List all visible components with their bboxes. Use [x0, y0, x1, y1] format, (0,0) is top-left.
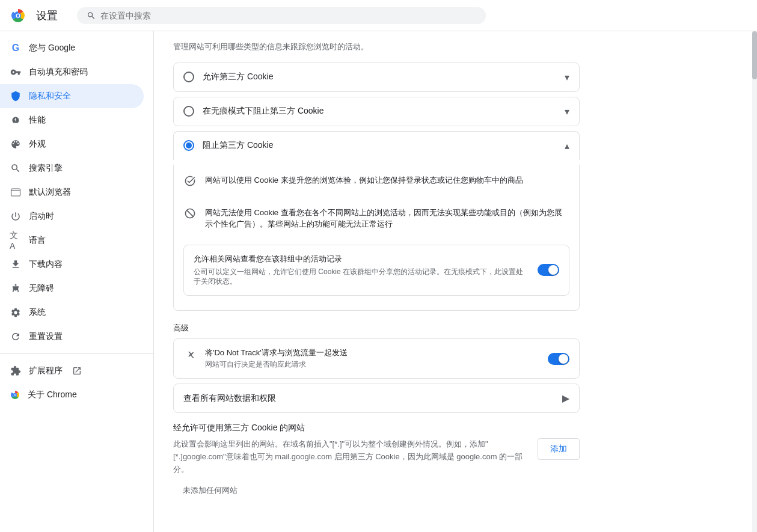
sidebar-item-accessibility[interactable]: 无障碍: [0, 277, 144, 301]
search-bar[interactable]: [77, 7, 486, 24]
option-allow-all[interactable]: 允许第三方 Cookie ▾: [173, 63, 580, 92]
sidebar-item-reset[interactable]: 重置设置: [0, 325, 144, 349]
sidebar-label-reset: 重置设置: [29, 331, 63, 342]
radio-block-incognito: [183, 106, 194, 117]
expanded-item-1: 网站可以使用 Cookie 来提升您的浏览体验，例如让您保持登录状态或记住您购物…: [183, 165, 569, 197]
dnt-content: 将'Do Not Track'请求与浏览流量一起发送 网站可自行决定是否响应此请…: [205, 347, 539, 370]
sidebar-item-performance[interactable]: 性能: [0, 108, 144, 132]
google-icon: G: [10, 42, 22, 54]
expanded-details: 网站可以使用 Cookie 来提升您的浏览体验，例如让您保持登录状态或记住您购物…: [173, 165, 580, 311]
scrollbar-track: [752, 31, 757, 532]
scrollbar-thumb[interactable]: [752, 31, 757, 79]
radio-block-all: [183, 140, 194, 151]
sidebar-label-privacy: 隐私和安全: [29, 91, 71, 102]
key-icon: [10, 66, 22, 78]
svg-point-11: [14, 394, 16, 396]
dnt-row: 将'Do Not Track'请求与浏览流量一起发送 网站可自行决定是否响应此请…: [173, 338, 580, 379]
chrome-logo: [10, 7, 26, 24]
search-icon: [87, 11, 96, 20]
expanded-text-2: 网站无法使用 Cookie 查看您在各个不同网站上的浏览活动，因而无法实现某些功…: [205, 207, 569, 230]
sidebar-label-performance: 性能: [29, 115, 46, 126]
option-block-all-label: 阻止第三方 Cookie: [203, 140, 565, 151]
allowed-section: 经允许可使用第三方 Cookie 的网站 此设置会影响这里列出的网站。在域名前插…: [173, 423, 580, 496]
sidebar-item-download[interactable]: 下载内容: [0, 252, 144, 277]
search-input[interactable]: [100, 11, 476, 20]
sidebar-label-extensions: 扩展程序: [29, 365, 63, 376]
sidebar-label-system: 系统: [29, 307, 46, 318]
browser-icon: [10, 186, 22, 198]
add-button[interactable]: 添加: [538, 438, 580, 460]
startup-icon: [10, 210, 22, 222]
sidebar-item-system[interactable]: 系统: [0, 301, 144, 325]
page-title: 设置: [36, 8, 58, 23]
sidebar: G 您与 Google 自动填充和密码 隐私和安全 性能: [0, 31, 154, 532]
chevron-block-incognito: ▾: [565, 106, 569, 117]
sidebar-item-language[interactable]: 文A 语言: [0, 228, 144, 252]
empty-message: 未添加任何网站: [173, 485, 580, 496]
reset-icon: [10, 331, 22, 343]
chevron-block-all: ▴: [565, 140, 569, 151]
sidebar-item-browser[interactable]: 默认浏览器: [0, 180, 144, 204]
view-all-arrow-icon: ▶: [562, 393, 569, 404]
sidebar-label-browser: 默认浏览器: [29, 187, 71, 198]
svg-rect-5: [11, 189, 20, 196]
svg-point-4: [17, 14, 19, 16]
sidebar-label-appearance: 外观: [29, 139, 46, 150]
sidebar-label-language: 语言: [29, 235, 46, 246]
download-icon: [10, 258, 22, 271]
cookie-positive-icon: [183, 174, 197, 188]
dnt-switch[interactable]: [548, 353, 569, 365]
view-all-label: 查看所有网站数据和权限: [183, 393, 562, 404]
related-sites-content: 允许相关网站查看您在该群组中的活动记录 公司可以定义一组网站，允许它们使用 Co…: [194, 254, 529, 287]
sidebar-label-startup: 启动时: [29, 211, 54, 222]
accessibility-icon: [10, 283, 22, 295]
sidebar-item-autofill[interactable]: 自动填充和密码: [0, 60, 144, 84]
dnt-arrow-icon: [183, 347, 197, 361]
option-block-all[interactable]: 阻止第三方 Cookie ▴: [173, 131, 580, 160]
allowed-desc: 此设置会影响这里列出的网站。在域名前插入"[*.]"可以为整个域创建例外情况。例…: [173, 438, 528, 475]
sidebar-item-google[interactable]: G 您与 Google: [0, 36, 144, 60]
extensions-icon: [10, 365, 22, 377]
appearance-icon: [10, 138, 22, 150]
radio-allow-all: [183, 72, 194, 82]
sidebar-item-appearance[interactable]: 外观: [0, 132, 144, 156]
dnt-desc: 网站可自行决定是否响应此请求: [205, 359, 539, 370]
language-icon: 文A: [10, 234, 22, 246]
expanded-item-2: 网站无法使用 Cookie 查看您在各个不同网站上的浏览活动，因而无法实现某些功…: [183, 197, 569, 240]
related-sites-toggle-row: 允许相关网站查看您在该群组中的活动记录 公司可以定义一组网站，允许它们使用 Co…: [183, 245, 569, 296]
sidebar-item-extensions[interactable]: 扩展程序: [0, 359, 144, 383]
related-sites-desc: 公司可以定义一组网站，允许它们使用 Cookie 在该群组中分享您的活动记录。在…: [194, 267, 529, 287]
search-engine-icon: [10, 162, 22, 174]
sidebar-label-about: 关于 Chrome: [28, 390, 77, 400]
related-sites-title: 允许相关网站查看您在该群组中的活动记录: [194, 254, 529, 264]
svg-point-7: [15, 284, 17, 286]
sidebar-label-download: 下载内容: [29, 259, 63, 270]
sidebar-item-startup[interactable]: 启动时: [0, 204, 144, 228]
sidebar-item-privacy[interactable]: 隐私和安全: [0, 84, 144, 108]
cookie-block-icon: [183, 207, 197, 220]
related-sites-switch[interactable]: [538, 264, 559, 276]
chevron-allow-all: ▾: [565, 72, 569, 83]
allowed-desc-row: 此设置会影响这里列出的网站。在域名前插入"[*.]"可以为整个域创建例外情况。例…: [173, 438, 580, 475]
section-description: 管理网站可利用哪些类型的信息来跟踪您浏览时的活动。: [173, 41, 580, 53]
option-block-incognito-label: 在无痕模式下阻止第三方 Cookie: [203, 106, 565, 117]
main-layout: G 您与 Google 自动填充和密码 隐私和安全 性能: [0, 31, 757, 532]
external-link-icon: [72, 366, 82, 376]
view-all-row[interactable]: 查看所有网站数据和权限 ▶: [173, 384, 580, 413]
sidebar-item-about[interactable]: 关于 Chrome: [0, 383, 144, 407]
allowed-title: 经允许可使用第三方 Cookie 的网站: [173, 423, 580, 433]
option-block-incognito[interactable]: 在无痕模式下阻止第三方 Cookie ▾: [173, 97, 580, 126]
system-icon: [10, 307, 22, 319]
sidebar-label-google: 您与 Google: [29, 43, 75, 54]
dnt-title: 将'Do Not Track'请求与浏览流量一起发送: [205, 347, 539, 358]
content-area: 管理网站可利用哪些类型的信息来跟踪您浏览时的活动。 允许第三方 Cookie ▾…: [154, 31, 752, 532]
shield-icon: [10, 90, 22, 102]
sidebar-item-search[interactable]: 搜索引擎: [0, 156, 144, 180]
content-inner: 管理网站可利用哪些类型的信息来跟踪您浏览时的活动。 允许第三方 Cookie ▾…: [154, 31, 599, 515]
sidebar-label-accessibility: 无障碍: [29, 283, 54, 294]
sidebar-label-autofill: 自动填充和密码: [29, 67, 88, 78]
advanced-section-header: 高级: [173, 323, 580, 334]
expanded-text-1: 网站可以使用 Cookie 来提升您的浏览体验，例如让您保持登录状态或记住您购物…: [205, 174, 569, 186]
performance-icon: [10, 114, 22, 126]
header: 设置: [0, 0, 757, 31]
